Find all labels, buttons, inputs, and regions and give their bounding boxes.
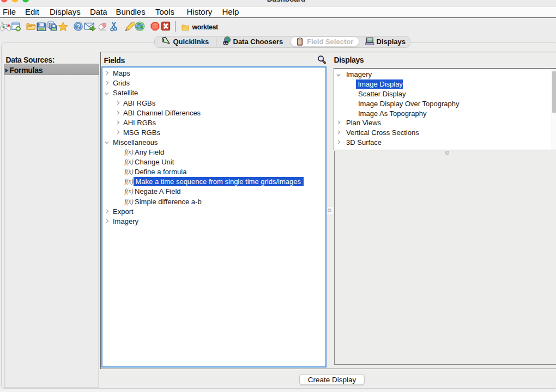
svg-text:?: ? — [76, 23, 80, 30]
